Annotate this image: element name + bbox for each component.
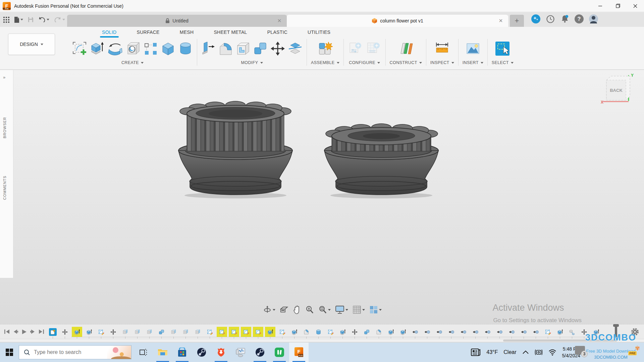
- timeline-item-extrude[interactable]: [266, 328, 274, 336]
- ribbon-tab-utilities[interactable]: UTILITIES: [306, 29, 332, 37]
- revolve-icon[interactable]: [107, 41, 123, 56]
- taskbar-file-explorer[interactable]: [153, 343, 172, 362]
- timeline-item-extrude[interactable]: [73, 328, 81, 336]
- timeline-item-combine[interactable]: [363, 328, 371, 336]
- app-grid-icon[interactable]: [3, 17, 9, 23]
- notifications-bell-icon[interactable]: [560, 14, 569, 23]
- timeline-item-shell[interactable]: [194, 328, 202, 336]
- group-configure-label[interactable]: CONFIGURE: [349, 60, 380, 65]
- flower-pot-left[interactable]: [178, 101, 292, 198]
- close-button[interactable]: [627, 0, 644, 12]
- timeline-item-joint[interactable]: [447, 328, 455, 336]
- timeline-item-shell[interactable]: [121, 328, 129, 336]
- timeline-item-joint[interactable]: [532, 328, 540, 336]
- group-modify-label[interactable]: MODIFY: [241, 60, 263, 65]
- timeline-item-joint[interactable]: [484, 328, 491, 336]
- timeline-item-joint[interactable]: [496, 328, 503, 336]
- timeline-item-extrude[interactable]: [339, 328, 346, 336]
- box-primitive-icon[interactable]: [161, 41, 175, 56]
- timeline-item-sketch[interactable]: [278, 328, 286, 336]
- tab-untitled[interactable]: Untitled ✕: [67, 15, 287, 27]
- ribbon-tab-mesh[interactable]: MESH: [178, 29, 195, 37]
- timeline-item-shell[interactable]: [146, 328, 153, 336]
- redo-button[interactable]: [54, 17, 65, 22]
- timeline-item-sketch[interactable]: [97, 328, 105, 336]
- group-construct-label[interactable]: CONSTRUCT: [390, 60, 422, 65]
- timeline-item-move[interactable]: [351, 328, 359, 336]
- skip-to-end-icon[interactable]: [39, 329, 44, 334]
- construction-plane-icon[interactable]: [398, 41, 414, 56]
- pan-icon[interactable]: [292, 305, 302, 315]
- timeline-scrollbar[interactable]: [0, 339, 644, 342]
- timeline-item-move[interactable]: [109, 328, 117, 336]
- hole-icon[interactable]: [126, 41, 141, 56]
- fillet-icon[interactable]: [218, 41, 233, 56]
- select-tool-icon[interactable]: [495, 41, 510, 56]
- timeline-item-extrude[interactable]: [85, 328, 93, 336]
- timeline-item-extrude[interactable]: [556, 328, 564, 336]
- measure-icon[interactable]: [435, 41, 449, 56]
- wifi-icon[interactable]: [548, 349, 556, 356]
- timeline-item-shell[interactable]: [133, 328, 141, 336]
- timeline-item-joint[interactable]: [435, 328, 443, 336]
- skip-to-start-icon[interactable]: [4, 329, 10, 334]
- create-sketch-icon[interactable]: [72, 41, 87, 56]
- ribbon-tab-solid[interactable]: SOLID: [101, 29, 118, 37]
- timeline-item-sketch[interactable]: [544, 328, 552, 336]
- expand-browser-icon[interactable]: »: [3, 75, 5, 80]
- undo-button[interactable]: [38, 17, 49, 22]
- timeline-item-sketch[interactable]: [327, 328, 334, 336]
- timeline-item-sketch[interactable]: [242, 328, 250, 336]
- cylinder-primitive-icon[interactable]: [178, 41, 193, 56]
- taskbar-steam[interactable]: [192, 343, 211, 362]
- taskbar-brave[interactable]: [211, 343, 231, 362]
- taskbar-microsoft-store[interactable]: [172, 343, 192, 362]
- news-widget-icon[interactable]: [471, 348, 481, 356]
- extensions-icon[interactable]: [531, 14, 540, 23]
- timeline-item-joint[interactable]: [411, 328, 419, 336]
- timeline-item-sketch[interactable]: [206, 328, 214, 336]
- configuration-icon[interactable]: [348, 41, 363, 56]
- group-assemble-label[interactable]: ASSEMBLE: [311, 60, 339, 65]
- flower-pot-models[interactable]: [168, 98, 449, 201]
- flower-pot-right[interactable]: [324, 124, 438, 198]
- taskbar-system-monitor[interactable]: [231, 343, 250, 362]
- history-clock-icon[interactable]: [546, 14, 555, 23]
- ribbon-tab-plastic[interactable]: PLASTIC: [266, 29, 289, 37]
- orbit-icon[interactable]: [262, 305, 276, 315]
- timeline-item-move[interactable]: [61, 328, 69, 336]
- insert-canvas-icon[interactable]: [465, 41, 481, 56]
- taskbar-fusion[interactable]: FFUS: [289, 343, 309, 362]
- search-input[interactable]: [34, 349, 98, 355]
- timeline-item-extrude[interactable]: [290, 328, 298, 336]
- tab-column-flower-pot[interactable]: column flower pot v1 ✕: [287, 15, 508, 27]
- timeline-item-extrude[interactable]: [399, 328, 407, 336]
- tray-chevron-icon[interactable]: [522, 350, 529, 354]
- timeline-item-sketch[interactable]: [254, 328, 262, 336]
- timeline-item-joint[interactable]: [520, 328, 528, 336]
- timeline-item-joint[interactable]: [472, 328, 479, 336]
- taskbar-green-app[interactable]: [270, 343, 289, 362]
- model-viewport[interactable]: » BROWSER COMMENTS BACK X Y: [0, 70, 644, 343]
- display-settings-icon[interactable]: [334, 305, 349, 315]
- timeline-item-joint[interactable]: [508, 328, 516, 336]
- timeline-item-fillet[interactable]: [375, 328, 383, 336]
- new-component-icon[interactable]: [317, 41, 333, 56]
- combine-icon[interactable]: [253, 41, 268, 56]
- shell-icon[interactable]: [235, 41, 250, 56]
- ribbon-tab-sheet-metal[interactable]: SHEET METAL: [212, 29, 248, 37]
- task-view-button[interactable]: [133, 343, 153, 362]
- timeline-item-sketch[interactable]: [230, 328, 238, 336]
- step-back-icon[interactable]: [13, 329, 18, 334]
- timeline-item-cylinder[interactable]: [315, 328, 322, 336]
- grid-display-icon[interactable]: [352, 305, 366, 315]
- timeline-item-shell[interactable]: [170, 328, 177, 336]
- viewports-icon[interactable]: [369, 305, 382, 315]
- view-cube[interactable]: BACK X Y: [599, 73, 638, 110]
- tab-untitled-close-icon[interactable]: ✕: [276, 17, 283, 24]
- press-pull-icon[interactable]: [201, 41, 215, 56]
- timeline-item-fillet[interactable]: [303, 328, 310, 336]
- file-menu-button[interactable]: [14, 16, 23, 23]
- group-inspect-label[interactable]: INSPECT: [430, 60, 454, 65]
- play-icon[interactable]: [21, 329, 27, 335]
